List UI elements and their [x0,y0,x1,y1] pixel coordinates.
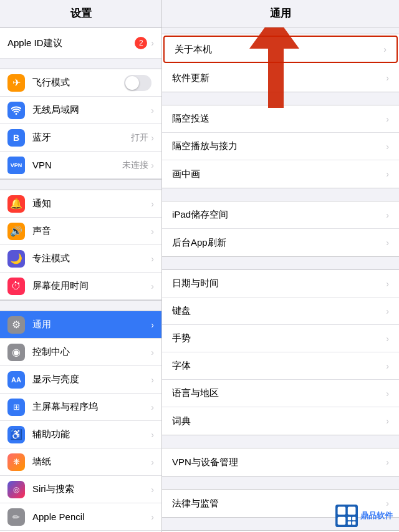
sidebar-item-notifications[interactable]: 🔔 通知 › [0,190,161,218]
sidebar-item-display[interactable]: AA 显示与亮度 › [0,366,161,394]
settings-row-language[interactable]: 语言与地区 › [162,380,399,407]
display-label: 显示与亮度 [32,374,151,385]
sidebar-group-notifications: 🔔 通知 › 🔊 声音 › 🌙 专注模式 › ⏱ 屏幕使用时间 [0,190,161,301]
apple-id-badge: 2 [135,37,147,49]
accessibility-chevron: › [151,430,154,440]
dictionary-chevron: › [386,416,389,426]
vpn-icon: VPN [7,157,25,174]
settings-row-vpnmgmt[interactable]: VPN与设备管理 › [162,448,399,476]
sidebar-item-accessibility[interactable]: ♿ 辅助功能 › [0,421,161,448]
sidebar-item-controlcenter[interactable]: ◉ 控制中心 › [0,339,161,366]
settings-row-keyboard[interactable]: 键盘 › [162,297,399,325]
content-area: Apple ID建议 2 › ✈ 飞行模式 无线局域网 [0,27,399,532]
settings-row-gesture[interactable]: 手势 › [162,325,399,352]
wifi-icon [7,102,25,119]
airplane-label: 飞行模式 [32,77,124,89]
sidebar-item-appleid[interactable]: Apple ID建议 2 › [0,27,161,59]
siri-icon: ◎ [7,481,25,498]
language-label: 语言与地区 [172,387,386,399]
watermark-text: 鼎品软件 [360,510,393,521]
controlcenter-icon: ◉ [7,344,25,361]
sidebar-item-siri[interactable]: ◎ Siri与搜索 › [0,476,161,503]
svg-rect-5 [338,517,346,525]
notifications-chevron: › [151,199,154,209]
wallpaper-chevron: › [151,457,154,467]
svg-rect-8 [348,521,351,525]
sidebar-item-homescreen[interactable]: ⊞ 主屏幕与程序坞 › [0,394,161,421]
siri-label: Siri与搜索 [32,483,151,495]
refresh-label: 后台App刷新 [172,237,386,249]
sidebar-item-wifi[interactable]: 无线局域网 › [0,97,161,124]
about-chevron: › [383,44,387,54]
settings-row-update[interactable]: 软件更新 › [162,64,399,92]
sidebar-group-connectivity-items: ✈ 飞行模式 无线局域网 › B 蓝牙 打开 [0,69,161,180]
settings-row-about[interactable]: 关于本机 › [163,36,398,63]
screentime-chevron: › [151,281,154,291]
sidebar-group-connectivity: ✈ 飞行模式 无线局域网 › B 蓝牙 打开 [0,69,161,180]
bluetooth-label: 蓝牙 [32,132,131,143]
update-label: 软件更新 [172,72,386,84]
pencil-chevron: › [151,512,154,522]
airplane-toggle[interactable] [124,75,151,91]
bluetooth-chevron: › [151,133,154,143]
about-label: 关于本机 [175,44,383,56]
settings-row-font[interactable]: 字体 › [162,352,399,380]
settings-row-airdrop[interactable]: 隔空投送 › [162,105,399,133]
sidebar-item-wallpaper[interactable]: ❋ 墙纸 › [0,448,161,476]
general-icon: ⚙ [7,316,25,334]
vpn-label: VPN [32,160,122,170]
keyboard-label: 键盘 [172,305,386,317]
settings-group-datetime: 日期与时间 › 键盘 › 手势 › 字体 › 语言与地区 › 词典 › [162,269,399,435]
refresh-chevron: › [386,238,389,248]
focus-chevron: › [151,254,154,264]
sidebar-item-screentime[interactable]: ⏱ 屏幕使用时间 › [0,273,161,300]
accessibility-label: 辅助功能 [32,428,151,440]
general-label: 通用 [32,319,151,331]
settings-row-airplay[interactable]: 隔空播放与接力 › [162,133,399,160]
sidebar: Apple ID建议 2 › ✈ 飞行模式 无线局域网 [0,27,162,532]
storage-chevron: › [386,210,389,220]
sidebar-item-sound[interactable]: 🔊 声音 › [0,218,161,245]
settings-row-storage[interactable]: iPad储存空间 › [162,201,399,229]
settings-row-datetime[interactable]: 日期与时间 › [162,270,399,297]
svg-rect-4 [348,507,356,515]
display-chevron: › [151,375,154,385]
header-bar: 设置 通用 [0,0,399,27]
settings-group-vpnmgmt: VPN与设备管理 › [162,448,399,476]
airplane-icon: ✈ [7,74,25,92]
general-chevron: › [151,320,154,330]
bluetooth-value: 打开 [131,132,148,143]
wallpaper-icon: ❋ [7,453,25,471]
homescreen-chevron: › [151,402,154,412]
focus-icon: 🌙 [7,250,25,268]
sidebar-item-bluetooth[interactable]: B 蓝牙 打开 › [0,124,161,152]
sidebar-item-pencil[interactable]: ✏ Apple Pencil › [0,503,161,531]
svg-rect-6 [348,517,351,520]
settings-row-refresh[interactable]: 后台App刷新 › [162,229,399,256]
settings-group-about: 关于本机 › 软件更新 › [162,34,399,92]
airdrop-label: 隔空投送 [172,113,386,125]
sound-chevron: › [151,226,154,236]
gesture-label: 手势 [172,332,386,344]
accessibility-icon: ♿ [7,426,25,443]
vpn-chevron: › [151,160,154,170]
sidebar-item-airplane[interactable]: ✈ 飞行模式 [0,69,161,97]
datetime-chevron: › [386,279,389,289]
sound-label: 声音 [32,225,151,237]
display-icon: AA [7,371,25,389]
update-chevron: › [386,73,389,83]
sidebar-header-title: 设置 [0,0,162,27]
svg-rect-7 [352,517,355,520]
settings-row-dictionary[interactable]: 词典 › [162,407,399,435]
airplay-chevron: › [386,142,389,152]
watermark: 鼎品软件 [335,505,393,527]
screentime-icon: ⏱ [7,278,25,295]
sidebar-item-vpn[interactable]: VPN VPN 未连接 › [0,152,161,179]
chevron-icon: › [151,38,154,48]
sidebar-item-general[interactable]: ⚙ 通用 › [0,311,161,339]
settings-row-pip[interactable]: 画中画 › [162,160,399,188]
wifi-label: 无线局域网 [32,104,151,116]
pencil-icon: ✏ [7,508,25,526]
sidebar-item-focus[interactable]: 🌙 专注模式 › [0,245,161,273]
wallpaper-label: 墙纸 [32,456,151,468]
